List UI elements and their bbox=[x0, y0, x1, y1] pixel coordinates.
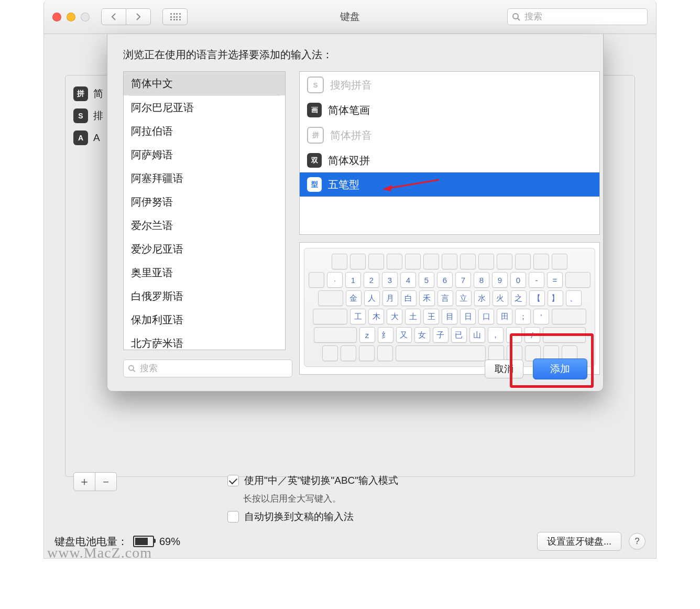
remove-input-source-button[interactable]: － bbox=[95, 472, 117, 491]
language-list[interactable]: 简体中文阿尔巴尼亚语阿拉伯语阿萨姆语阿塞拜疆语阿伊努语爱尔兰语爱沙尼亚语奥里亚语… bbox=[123, 71, 286, 350]
keyboard-key: 。 bbox=[506, 327, 522, 343]
preferences-window: 键盘 拼简S排AA ＋ － 使用"中／英"键切换"ABC"输入模式 长按以启用全… bbox=[43, 0, 657, 559]
sheet-search-input[interactable] bbox=[139, 363, 288, 374]
ime-list[interactable]: S搜狗拼音画简体笔画拼简体拼音双简体双拼型五笔型 bbox=[299, 71, 600, 235]
keyboard-key: x bbox=[313, 309, 347, 324]
check-abc-label: 使用"中／英"键切换"ABC"输入模式 bbox=[244, 474, 398, 487]
language-list-header[interactable]: 简体中文 bbox=[124, 72, 285, 95]
add-input-source-button[interactable]: ＋ bbox=[73, 472, 95, 491]
keyboard-key: x bbox=[478, 254, 494, 269]
help-button[interactable]: ? bbox=[629, 533, 646, 550]
keyboard-key: ' bbox=[533, 309, 549, 324]
titlebar: 键盘 bbox=[44, 0, 656, 34]
sheet-search[interactable] bbox=[123, 360, 292, 377]
keyboard-key: 土 bbox=[405, 309, 421, 324]
keyboard-key: 9 bbox=[492, 272, 508, 288]
minimize-window-button[interactable] bbox=[67, 13, 75, 21]
keyboard-key: 4 bbox=[400, 272, 416, 288]
language-item[interactable]: 阿尔巴尼亚语 bbox=[124, 96, 285, 119]
search-icon bbox=[128, 364, 136, 373]
chevron-right-icon bbox=[135, 13, 141, 20]
keyboard-key: x bbox=[423, 254, 439, 269]
toolbar-search[interactable] bbox=[507, 8, 648, 25]
search-icon bbox=[512, 13, 520, 21]
ime-item[interactable]: 双简体双拼 bbox=[300, 148, 599, 172]
input-source-label: 简 bbox=[93, 87, 103, 101]
battery-percent: 69% bbox=[159, 536, 180, 548]
language-item[interactable]: 爱尔兰语 bbox=[124, 214, 285, 237]
back-button[interactable] bbox=[101, 8, 126, 25]
ime-item: S搜狗拼音 bbox=[300, 72, 599, 98]
keyboard-key: x bbox=[396, 345, 486, 361]
svg-point-0 bbox=[513, 14, 518, 19]
show-all-button[interactable] bbox=[162, 8, 188, 25]
ime-item: 拼简体拼音 bbox=[300, 122, 599, 148]
grid-icon bbox=[170, 13, 180, 20]
language-item[interactable]: 阿拉伯语 bbox=[124, 119, 285, 143]
keyboard-layout: xxxxxxxxxxxxxx·1234567890-=xx金人月白禾言立水火之【… bbox=[304, 248, 595, 367]
check-abc-switch[interactable]: 使用"中／英"键切换"ABC"输入模式 bbox=[227, 474, 625, 487]
ime-item[interactable]: 型五笔型 bbox=[300, 172, 599, 197]
keyboard-key: 田 bbox=[497, 309, 512, 324]
ime-badge-icon: A bbox=[73, 130, 88, 145]
sheet-heading: 浏览正在使用的语言并选择要添加的输入法： bbox=[123, 48, 587, 62]
keyboard-key: 水 bbox=[474, 290, 490, 306]
language-item[interactable]: 阿伊努语 bbox=[124, 190, 285, 214]
check-auto-switch[interactable]: 自动切换到文稿的输入法 bbox=[227, 510, 625, 524]
battery-status: 键盘电池电量： 69% bbox=[54, 535, 180, 549]
ime-item[interactable]: 画简体笔画 bbox=[300, 98, 599, 122]
keyboard-key: 【 bbox=[529, 290, 545, 306]
toolbar-search-input[interactable] bbox=[523, 11, 643, 23]
keyboard-key: 8 bbox=[474, 272, 489, 288]
keyboard-key: x bbox=[405, 254, 421, 269]
keyboard-key: 0 bbox=[510, 272, 526, 288]
ime-icon: 型 bbox=[307, 177, 322, 192]
zoom-window-button[interactable] bbox=[81, 13, 90, 21]
keyboard-key: x bbox=[309, 272, 324, 288]
keyboard-key: x bbox=[387, 254, 402, 269]
nav-back-forward bbox=[101, 8, 151, 25]
close-window-button[interactable] bbox=[52, 13, 61, 21]
language-item[interactable]: 阿萨姆语 bbox=[124, 143, 285, 167]
ime-label: 简体双拼 bbox=[328, 154, 370, 168]
keyboard-key: x bbox=[543, 327, 586, 343]
keyboard-key: 禾 bbox=[419, 290, 435, 306]
battery-icon bbox=[133, 536, 154, 547]
language-item[interactable]: 保加利亚语 bbox=[124, 308, 285, 332]
keyboard-key: 木 bbox=[368, 309, 384, 324]
keyboard-key: 2 bbox=[364, 272, 379, 288]
keyboard-key: 3 bbox=[382, 272, 398, 288]
keyboard-key: 口 bbox=[478, 309, 494, 324]
keyboard-key: 5 bbox=[419, 272, 434, 288]
keyboard-key: x bbox=[318, 290, 343, 306]
ime-badge-icon: S bbox=[73, 108, 88, 123]
svg-point-1 bbox=[129, 365, 134, 370]
svg-line-2 bbox=[389, 180, 439, 188]
ime-icon: 画 bbox=[307, 103, 322, 117]
keyboard-key: x bbox=[533, 254, 549, 269]
language-item[interactable]: 北方萨米语 bbox=[124, 332, 285, 350]
input-source-label: A bbox=[93, 132, 100, 144]
bluetooth-keyboard-button[interactable]: 设置蓝牙键盘... bbox=[537, 532, 621, 551]
keyboard-key: x bbox=[515, 254, 531, 269]
keyboard-key: x bbox=[497, 254, 512, 269]
forward-button[interactable] bbox=[126, 8, 151, 25]
keyboard-key: x bbox=[341, 345, 356, 361]
language-item[interactable]: 白俄罗斯语 bbox=[124, 285, 285, 308]
cancel-button[interactable]: 取消 bbox=[485, 360, 523, 378]
language-item[interactable]: 爱沙尼亚语 bbox=[124, 237, 285, 261]
window-body: 拼简S排AA ＋ － 使用"中／英"键切换"ABC"输入模式 长按以启用全大写键… bbox=[44, 34, 656, 558]
language-item[interactable]: 阿塞拜疆语 bbox=[124, 167, 285, 190]
keyboard-key: 子 bbox=[433, 327, 449, 343]
check-abc-hint: 长按以启用全大写键入。 bbox=[243, 493, 625, 505]
add-remove-segment: ＋ － bbox=[73, 472, 117, 491]
ime-icon: 拼 bbox=[307, 127, 324, 144]
keyboard-key: 日 bbox=[460, 309, 476, 324]
language-item[interactable]: 奥里亚语 bbox=[124, 261, 285, 285]
battery-label: 键盘电池电量： bbox=[54, 535, 128, 549]
ime-label: 五笔型 bbox=[328, 178, 359, 192]
keyboard-key: 言 bbox=[438, 290, 453, 306]
annotation-arrow-icon bbox=[381, 178, 439, 191]
add-button[interactable]: 添加 bbox=[533, 358, 587, 379]
keyboard-key: / bbox=[524, 327, 540, 343]
